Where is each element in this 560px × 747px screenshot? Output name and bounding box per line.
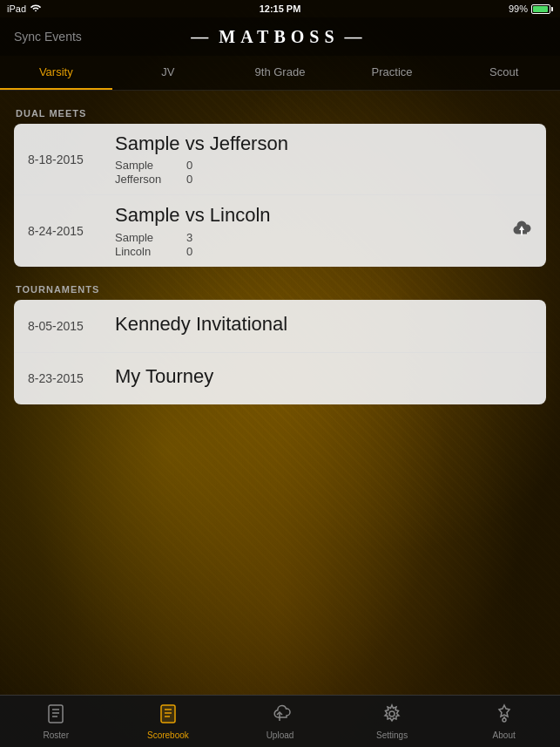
table-row[interactable]: 8-05-2015 Kennedy Invitational [14,300,546,352]
row-scores-1: Sample 0 Jefferson 0 [115,159,532,186]
score-line: Sample 0 [115,159,532,172]
row-scores-2: Sample 3 Lincoln 0 [115,231,497,258]
tournaments-label: TOURNAMENTS [14,284,546,295]
row-date-t1: 8-05-2015 [28,319,115,333]
tab-roster[interactable]: Roster [0,696,112,747]
main-content: DUAL MEETS 8-18-2015 Sample vs Jefferson… [0,91,560,695]
svg-rect-6 [161,705,175,723]
tab-practice[interactable]: Practice [336,56,449,90]
tab-roster-label: Roster [44,730,69,740]
row-content-t2: My Tourney [115,365,532,391]
row-content-2: Sample vs Lincoln Sample 3 Lincoln 0 [115,204,497,257]
team-name: Jefferson [115,173,176,186]
row-title-t1: Kennedy Invitational [115,313,532,336]
tournaments-card: 8-05-2015 Kennedy Invitational 8-23-2015… [14,300,546,404]
settings-icon [381,703,402,728]
nav-title: — MATBOSS — [191,27,367,47]
battery-icon [531,4,553,14]
status-bar: iPad 12:15 PM 99% [0,0,560,17]
tab-scorebook-label: Scorebook [147,730,189,740]
nav-back-button[interactable]: Sync Events [14,30,82,44]
tab-scout[interactable]: Scout [448,56,560,90]
score-num: 0 [186,173,192,186]
status-time: 12:15 PM [260,3,301,14]
table-row[interactable]: 8-18-2015 Sample vs Jefferson Sample 0 J… [14,124,546,194]
tab-settings[interactable]: Settings [336,696,449,747]
nav-title-dash-right: — [345,27,368,47]
top-tab-bar: Varsity JV 9th Grade Practice Scout [0,56,560,91]
tab-settings-label: Settings [376,730,408,740]
nav-bar: Sync Events — MATBOSS — [0,17,560,56]
dual-meets-card: 8-18-2015 Sample vs Jefferson Sample 0 J… [14,124,546,267]
table-row[interactable]: 8-24-2015 Sample vs Lincoln Sample 3 Lin… [14,194,546,266]
carrier-label: iPad [7,3,26,14]
wifi-icon [30,4,42,13]
tab-upload-label: Upload [267,730,294,740]
about-icon [494,703,515,728]
row-content-t1: Kennedy Invitational [115,313,532,339]
tab-upload[interactable]: Upload [224,696,336,747]
dual-meets-section: DUAL MEETS 8-18-2015 Sample vs Jefferson… [14,108,546,267]
status-right: 99% [509,3,553,14]
row-date-1: 8-18-2015 [28,153,115,166]
upload-cloud-icon[interactable] [497,218,532,244]
row-title-2: Sample vs Lincoln [115,204,497,227]
score-line: Jefferson 0 [115,173,532,186]
roster-icon [45,703,66,728]
tournaments-section: TOURNAMENTS 8-05-2015 Kennedy Invitation… [14,284,546,404]
score-num: 0 [186,245,192,258]
tab-varsity[interactable]: Varsity [0,56,112,90]
tab-scorebook[interactable]: Scorebook [112,696,225,747]
upload-icon [267,703,292,728]
team-name: Lincoln [115,245,176,258]
team-name: Sample [115,231,176,244]
row-title-1: Sample vs Jefferson [115,132,532,155]
scorebook-icon [158,703,179,728]
row-date-2: 8-24-2015 [28,224,115,238]
team-name: Sample [115,159,176,172]
tab-about[interactable]: About [448,696,560,747]
nav-title-dash-left: — [191,27,213,47]
table-row[interactable]: 8-23-2015 My Tourney [14,352,546,404]
score-num: 0 [186,159,192,172]
bottom-tab-bar: Roster Scorebook [0,695,560,747]
score-line: Sample 3 [115,231,497,244]
nav-title-text: MATBOSS [219,27,339,47]
row-title-t2: My Tourney [115,365,532,388]
score-line: Lincoln 0 [115,245,497,258]
svg-rect-1 [49,705,63,723]
score-num: 3 [186,231,192,244]
dual-meets-label: DUAL MEETS [14,108,546,119]
row-date-t2: 8-23-2015 [28,371,115,385]
tab-jv[interactable]: JV [112,56,225,90]
row-content-1: Sample vs Jefferson Sample 0 Jefferson 0 [115,132,532,186]
svg-point-12 [503,718,506,722]
svg-point-11 [389,711,395,716]
status-left: iPad [7,3,42,14]
tab-about-label: About [493,730,516,740]
battery-percent: 99% [509,3,528,14]
tab-9th-grade[interactable]: 9th Grade [224,56,336,90]
